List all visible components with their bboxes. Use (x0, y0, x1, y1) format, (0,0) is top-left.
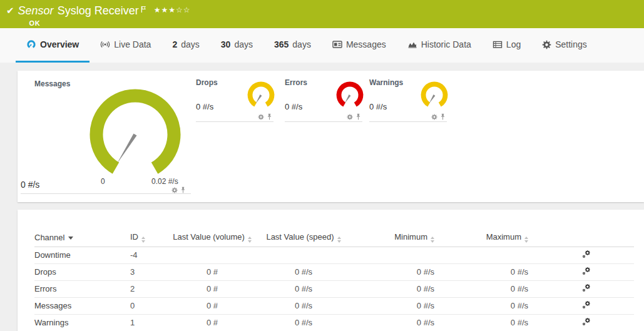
live-data-icon (100, 39, 110, 49)
table-row-errors: Errors 2 0 # 0 #/s 0 #/s 0 #/s (34, 280, 634, 297)
column-header-actions (538, 229, 634, 247)
messages-icon (332, 39, 342, 49)
gauge-title-messages: Messages (34, 79, 70, 88)
sort-icon (431, 237, 434, 243)
channel-settings-icon[interactable] (582, 267, 591, 275)
tab-number: 30 (221, 39, 231, 49)
channel-id: 0 (130, 297, 168, 314)
gauge-settings-icon[interactable] (258, 114, 264, 120)
tab-settings[interactable]: Settings (531, 28, 598, 63)
tab-365-days[interactable]: 365 days (263, 28, 322, 63)
minimum-value: 0 #/s (350, 297, 444, 314)
tab-overview[interactable]: Overview (16, 28, 89, 63)
column-header-last-value-speed[interactable]: Last Value (speed) (257, 229, 350, 247)
channel-settings-icon[interactable] (582, 283, 591, 292)
tab-30-days[interactable]: 30 days (210, 28, 263, 63)
table-row-messages: Messages 0 0 # 0 #/s 0 #/s 0 #/s (34, 297, 634, 314)
channel-settings-icon[interactable] (582, 300, 591, 309)
sort-icon (141, 237, 145, 243)
channel-name: Drops (34, 263, 130, 280)
warnings-gauge-card: Warnings 0 #/s (369, 78, 447, 122)
tab-label: days (234, 39, 253, 49)
gauge-controls (347, 113, 361, 120)
column-header-minimum[interactable]: Minimum (350, 229, 444, 247)
tab-bar: Overview Live Data 2 days 30 days 365 da… (0, 28, 644, 63)
warnings-gauge (420, 81, 449, 109)
sort-icon (337, 237, 341, 243)
tab-label: Messages (346, 39, 386, 49)
priority-flag-icon[interactable] (141, 3, 146, 16)
gauge-settings-icon[interactable] (347, 114, 353, 120)
channel-settings-cell (538, 280, 634, 297)
drops-gauge-card: Drops 0 #/s (196, 78, 273, 122)
tab-label: Historic Data (421, 39, 471, 49)
column-label: Minimum (394, 232, 427, 242)
sort-icon (248, 237, 252, 243)
last-value-speed (257, 247, 350, 263)
column-header-channel[interactable]: Channel (34, 229, 130, 247)
status-badge: OK (29, 19, 191, 27)
divider (21, 193, 191, 194)
gauge-value-drops: 0 #/s (196, 102, 213, 111)
gauge-controls (171, 186, 186, 193)
minimum-value: 0 #/s (350, 280, 444, 297)
pin-icon[interactable] (440, 113, 446, 120)
gauge-title-drops: Drops (196, 78, 218, 87)
priority-stars[interactable]: ★★★☆☆ (154, 4, 191, 17)
column-header-maximum[interactable]: Maximum (444, 229, 538, 247)
gauge-arc (96, 96, 174, 168)
stars-filled: ★★★ (154, 6, 176, 14)
tab-label: Live Data (114, 39, 151, 49)
last-value-volume: 0 # (168, 297, 257, 314)
last-value-speed: 0 #/s (257, 263, 350, 280)
column-header-id[interactable]: ID (130, 229, 168, 247)
gauge-arc (250, 84, 272, 105)
pin-icon[interactable] (355, 113, 361, 120)
tab-number: 2 (172, 39, 177, 49)
table-row-warnings: Warnings 1 0 # 0 #/s 0 #/s 0 #/s (34, 314, 634, 331)
minimum-value: 0 #/s (350, 314, 444, 331)
tab-live-data[interactable]: Live Data (89, 28, 161, 63)
channel-id: 3 (130, 263, 168, 280)
gauge-settings-icon[interactable] (431, 114, 437, 120)
pin-icon[interactable] (180, 186, 186, 193)
channels-panel: Channel ID Last Value (volume) Last Valu… (18, 210, 644, 331)
tab-label: days (292, 39, 311, 49)
last-value-volume: 0 # (168, 280, 257, 297)
tab-number: 365 (274, 39, 289, 49)
tab-label: Settings (555, 39, 587, 49)
column-label: Last Value (speed) (266, 232, 334, 242)
last-value-volume: 0 # (168, 263, 257, 280)
gauge-settings-icon[interactable] (171, 187, 178, 193)
column-label: Maximum (486, 232, 521, 242)
channel-settings-icon[interactable] (582, 250, 591, 258)
sensor-header: ✔ Sensor Syslog Receiver ★★★☆☆ OK (0, 0, 644, 28)
channel-settings-cell (538, 314, 634, 331)
maximum-value: 0 #/s (444, 314, 538, 331)
channel-id: 1 (130, 314, 168, 331)
table-row-drops: Drops 3 0 # 0 #/s 0 #/s 0 #/s (34, 263, 634, 280)
pin-icon[interactable] (267, 113, 272, 120)
log-icon (493, 39, 503, 49)
maximum-value: 0 #/s (444, 297, 538, 314)
channel-name: Downtime (34, 247, 130, 263)
gear-icon (542, 40, 551, 49)
tab-messages[interactable]: Messages (322, 28, 397, 63)
tab-historic-data[interactable]: Historic Data (397, 28, 482, 63)
tab-2-days[interactable]: 2 days (161, 28, 210, 63)
channel-name: Messages (34, 297, 130, 314)
historic-data-icon (407, 39, 417, 49)
maximum-value: 0 #/s (444, 263, 538, 280)
channel-id: -4 (130, 247, 168, 263)
gauge-arc (339, 84, 361, 105)
gauges-panel: Messages 0 0.02 #/s 0 #/s Drops 0 #/s (18, 71, 644, 202)
channel-settings-icon[interactable] (582, 317, 591, 326)
tab-log[interactable]: Log (482, 28, 531, 63)
minimum-value: 0 #/s (350, 263, 444, 280)
channel-name: Errors (34, 280, 130, 297)
gauge-value-messages: 0 #/s (21, 180, 39, 190)
tab-label: Log (506, 39, 521, 49)
sort-desc-icon (68, 237, 73, 240)
last-value-speed: 0 #/s (257, 297, 350, 314)
column-header-last-value-volume[interactable]: Last Value (volume) (168, 229, 257, 247)
